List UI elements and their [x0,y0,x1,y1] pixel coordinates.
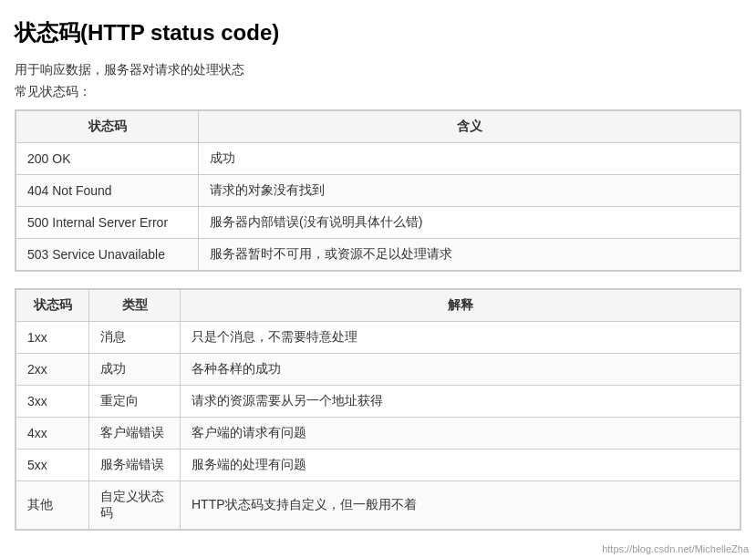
table1-header-code: 状态码 [16,111,199,143]
type-cell: 消息 [89,322,181,354]
table-row: 2xx成功各种各样的成功 [16,354,740,386]
explanation-cell: 请求的资源需要从另一个地址获得 [181,386,740,418]
code-range-cell: 4xx [16,418,89,450]
subtitle: 用于响应数据，服务器对请求的处理状态 [15,62,741,78]
table1-header-meaning: 含义 [199,111,740,143]
common-status-table: 状态码 含义 200 OK成功404 Not Found请求的对象没有找到500… [16,110,740,271]
meaning-cell: 请求的对象没有找到 [199,175,740,207]
table-row: 5xx服务端错误服务端的处理有问题 [16,450,740,481]
table-row: 404 Not Found请求的对象没有找到 [16,175,740,207]
explanation-cell: HTTP状态码支持自定义，但一般用不着 [181,481,740,530]
table-row: 200 OK成功 [16,143,740,175]
explanation-cell: 服务端的处理有问题 [181,450,740,481]
explanation-cell: 各种各样的成功 [181,354,740,386]
code-range-cell: 2xx [16,354,89,386]
table-row: 503 Service Unavailable服务器暂时不可用，或资源不足以处理… [16,239,740,271]
status-code-cell: 503 Service Unavailable [16,239,199,271]
table-row: 3xx重定向请求的资源需要从另一个地址获得 [16,386,740,418]
table-row: 500 Internal Server Error服务器内部错误(没有说明具体什… [16,207,740,239]
meaning-cell: 服务器暂时不可用，或资源不足以处理请求 [199,239,740,271]
code-range-cell: 1xx [16,322,89,354]
explanation-cell: 只是个消息，不需要特意处理 [181,322,740,354]
code-range-cell: 5xx [16,450,89,481]
code-range-cell: 其他 [16,481,89,530]
category-status-table: 状态码 类型 解释 1xx消息只是个消息，不需要特意处理2xx成功各种各样的成功… [16,289,740,530]
table2-header-explanation: 解释 [181,290,740,322]
type-cell: 自定义状态码 [89,481,181,530]
table2-header-code: 状态码 [16,290,89,322]
footer-url: https://blog.csdn.net/MichelleZha [602,543,749,554]
type-cell: 成功 [89,354,181,386]
type-cell: 重定向 [89,386,181,418]
meaning-cell: 服务器内部错误(没有说明具体什么错) [199,207,740,239]
section-label: 常见状态码： [15,84,741,100]
type-cell: 客户端错误 [89,418,181,450]
code-range-cell: 3xx [16,386,89,418]
status-code-cell: 200 OK [16,143,199,175]
table-row: 4xx客户端错误客户端的请求有问题 [16,418,740,450]
type-cell: 服务端错误 [89,450,181,481]
meaning-cell: 成功 [199,143,740,175]
table2-header-type: 类型 [89,290,181,322]
explanation-cell: 客户端的请求有问题 [181,418,740,450]
table1-wrapper: 状态码 含义 200 OK成功404 Not Found请求的对象没有找到500… [15,109,741,272]
table-row: 1xx消息只是个消息，不需要特意处理 [16,322,740,354]
table-row: 其他自定义状态码HTTP状态码支持自定义，但一般用不着 [16,481,740,530]
page-title: 状态码(HTTP status code) [15,18,741,47]
table2-wrapper: 状态码 类型 解释 1xx消息只是个消息，不需要特意处理2xx成功各种各样的成功… [15,288,741,531]
status-code-cell: 500 Internal Server Error [16,207,199,239]
status-code-cell: 404 Not Found [16,175,199,207]
